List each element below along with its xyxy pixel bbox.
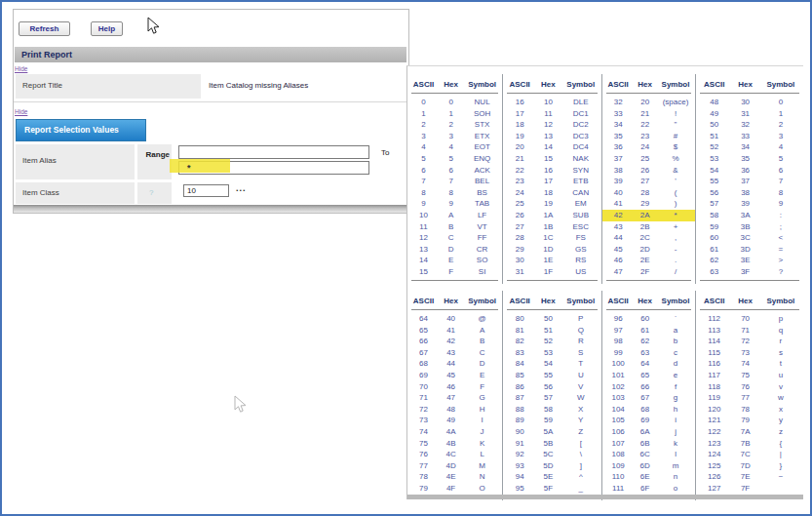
ascii-row: 7147G [407, 392, 502, 404]
ascii-col-header: ASCII [407, 78, 440, 91]
ascii-symbol: + [656, 221, 695, 233]
browse-button[interactable]: ... [236, 183, 247, 193]
ascii-symbol: d [656, 358, 695, 370]
item-class-input[interactable] [183, 184, 229, 197]
ascii-dec: 89 [503, 415, 536, 426]
ascii-group: ASCII Hex Symbol 9660`9761a9862b9963c100… [601, 291, 695, 500]
item-alias-second-input[interactable]: * [178, 161, 369, 175]
ascii-hex: 23 [634, 131, 656, 142]
ascii-hex: 45 [440, 370, 462, 381]
ascii-dec: 90 [503, 426, 536, 438]
ascii-symbol: (space) [656, 97, 695, 108]
ascii-hex: 72 [732, 336, 757, 347]
ascii-col-header: ASCII [696, 295, 732, 307]
ascii-dec: 78 [407, 471, 440, 483]
ascii-table-bottom: ASCII Hex Symbol 6440@6541A6642B6743C684… [407, 291, 803, 500]
ascii-row: 3422" [602, 119, 695, 131]
ascii-row: 1116Fo [602, 483, 695, 495]
ascii-dec: 81 [503, 325, 536, 337]
ascii-hex: 71 [732, 325, 757, 337]
ascii-dec: 19 [503, 131, 536, 142]
ascii-symbol: b [656, 336, 695, 347]
symbol-col-header: Symbol [561, 78, 601, 91]
refresh-button[interactable]: Refresh [19, 21, 70, 36]
ascii-row: 3624$ [602, 141, 695, 153]
ascii-symbol: m [656, 460, 695, 472]
ascii-symbol: W [561, 392, 601, 404]
ascii-dec: 45 [602, 244, 634, 256]
ascii-col-header: ASCII [503, 78, 536, 91]
ascii-symbol: BS [462, 187, 502, 199]
ascii-symbol: FS [561, 232, 601, 244]
ascii-hex: 4 [440, 141, 462, 153]
ascii-symbol: { [758, 438, 803, 450]
help-button[interactable]: Help [91, 21, 123, 36]
ascii-row: 603C< [696, 232, 803, 244]
ascii-symbol: } [758, 460, 803, 472]
ascii-dec: 70 [407, 381, 440, 393]
ascii-symbol: 9 [758, 198, 803, 210]
ascii-dec: 47 [602, 266, 634, 278]
ascii-hex: 7F [732, 483, 757, 495]
ascii-dec: 8 [407, 187, 440, 199]
ascii-row: 53355 [696, 153, 803, 165]
ascii-dec: 83 [503, 347, 536, 359]
ascii-dec: 1 [407, 108, 440, 120]
ascii-hex: 59 [536, 415, 560, 426]
ascii-symbol: CR [462, 244, 502, 256]
ascii-row: 10266f [602, 381, 695, 393]
ascii-dec: 82 [503, 336, 536, 347]
ascii-symbol: ; [758, 221, 803, 233]
ascii-hex: 6C [634, 449, 656, 460]
ascii-symbol: ENQ [462, 153, 502, 165]
ascii-dec: 16 [503, 97, 536, 108]
ascii-dec: 34 [602, 119, 634, 131]
ascii-row: 452D- [602, 244, 695, 256]
ascii-row: 44EOT [407, 141, 502, 153]
ascii-hex: 67 [634, 392, 656, 404]
ascii-symbol: p [758, 313, 803, 325]
ascii-row: 10367g [602, 392, 695, 404]
ascii-hex: 1E [536, 255, 560, 266]
ascii-row: 6945E [407, 370, 502, 381]
ascii-row: 8050P [503, 313, 601, 325]
ascii-symbol: ! [656, 108, 695, 120]
ascii-symbol: \ [561, 449, 601, 460]
ascii-row: 3826& [602, 165, 695, 177]
ascii-dec: 44 [602, 232, 634, 244]
header-rule [507, 309, 598, 310]
ascii-hex: 62 [634, 336, 656, 347]
ascii-dec: 76 [407, 449, 440, 460]
ascii-dec: 27 [503, 221, 536, 233]
ascii-symbol: SI [462, 266, 502, 278]
ascii-symbol: FF [462, 232, 502, 244]
ascii-hex: F [440, 266, 462, 278]
ascii-column-headers: ASCII Hex Symbol [503, 295, 601, 307]
ascii-hex: 69 [634, 415, 656, 426]
ascii-row: 10064d [602, 358, 695, 370]
ascii-hex: 40 [440, 313, 462, 325]
item-alias-from-input[interactable] [178, 145, 369, 159]
ascii-column-headers: ASCII Hex Symbol [503, 78, 601, 91]
ascii-dec: 106 [602, 426, 634, 438]
ascii-col-header: ASCII [503, 295, 536, 307]
hide-link-report-title[interactable]: Hide [15, 65, 27, 72]
ascii-hex: E [440, 255, 462, 266]
ascii-symbol: s [758, 347, 803, 359]
ascii-dec: 53 [696, 153, 732, 165]
ascii-symbol: E [462, 370, 502, 381]
report-title-value: Item Catalog missing Aliases [209, 81, 308, 90]
ascii-row: 291DGS [503, 244, 601, 256]
hex-col-header: Hex [536, 295, 560, 307]
hide-link-selection-values[interactable]: Hide [15, 108, 27, 115]
ascii-dec: 52 [696, 141, 732, 153]
ascii-symbol: 2 [758, 119, 803, 131]
ascii-dec: 66 [407, 336, 440, 347]
ascii-row: 8252R [503, 336, 601, 347]
ascii-symbol: EOT [462, 141, 502, 153]
ascii-row: 00NUL [407, 97, 502, 108]
bottom-rule [700, 280, 799, 281]
hex-col-header: Hex [732, 295, 757, 307]
ascii-hex: 5B [536, 438, 560, 450]
ascii-symbol: 3 [758, 131, 803, 142]
